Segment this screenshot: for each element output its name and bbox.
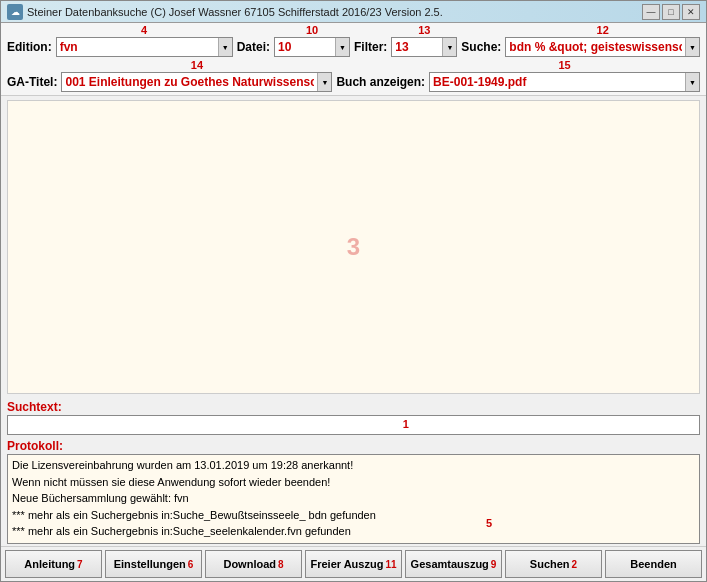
edition-input[interactable] xyxy=(57,38,218,56)
suche-field-group: 12 ▼ xyxy=(505,37,700,57)
edition-combo[interactable]: ▼ xyxy=(56,37,233,57)
beenden-button[interactable]: Beenden xyxy=(605,550,702,578)
buchanzeigen-input[interactable] xyxy=(430,73,685,91)
toolbar-area: Edition: 4 ▼ Datei: 10 ▼ Filter: 13 xyxy=(1,23,706,96)
minimize-button[interactable]: — xyxy=(642,4,660,20)
suche-input[interactable] xyxy=(506,38,685,56)
suchtext-section: Suchtext: 1 xyxy=(1,398,706,437)
close-button[interactable]: ✕ xyxy=(682,4,700,20)
anleitung-button[interactable]: Anleitung 7 xyxy=(5,550,102,578)
buchanzeigen-field-group: 15 ▼ xyxy=(429,72,700,92)
buchanzeigen-number: 15 xyxy=(558,59,570,71)
gatitel-number: 14 xyxy=(191,59,203,71)
filter-number: 13 xyxy=(418,24,430,36)
gatitel-input[interactable] xyxy=(62,73,317,91)
datei-number: 10 xyxy=(306,24,318,36)
protokoll-text: Die Lizensvereinbahrung wurden am 13.01.… xyxy=(7,454,700,544)
edition-label: Edition: xyxy=(7,40,52,54)
main-window: ☁ Steiner Datenbanksuche (C) Josef Wassn… xyxy=(0,0,707,582)
edition-dropdown-arrow[interactable]: ▼ xyxy=(218,38,232,56)
filter-field-group: 13 ▼ xyxy=(391,37,457,57)
gatitel-combo[interactable]: ▼ xyxy=(61,72,332,92)
filter-dropdown-arrow[interactable]: ▼ xyxy=(442,38,456,56)
datei-field-group: 10 ▼ xyxy=(274,37,350,57)
toolbar-row2: GA-Titel: 14 ▼ Buch anzeigen: 15 ▼ xyxy=(1,60,706,96)
app-icon: ☁ xyxy=(7,4,23,20)
freier-auszug-button[interactable]: Freier Auszug 11 xyxy=(305,550,402,578)
suchen-button[interactable]: Suchen 2 xyxy=(505,550,602,578)
suchtext-wrapper: 1 xyxy=(7,415,700,435)
maximize-button[interactable]: □ xyxy=(662,4,680,20)
datei-input[interactable] xyxy=(275,38,335,56)
suche-number: 12 xyxy=(597,24,609,36)
datei-label: Datei: xyxy=(237,40,270,54)
filter-combo[interactable]: ▼ xyxy=(391,37,457,57)
protokoll-section: Protokoll: Die Lizensvereinbahrung wurde… xyxy=(1,437,706,546)
toolbar-row1: Edition: 4 ▼ Datei: 10 ▼ Filter: 13 xyxy=(1,23,706,60)
datei-dropdown-arrow[interactable]: ▼ xyxy=(335,38,349,56)
edition-field-group: 4 ▼ xyxy=(56,37,233,57)
bottom-toolbar: Anleitung 7 Einstellungen 6 Download 8 F… xyxy=(1,546,706,581)
einstellungen-button[interactable]: Einstellungen 6 xyxy=(105,550,202,578)
suchtext-number: 1 xyxy=(403,418,409,430)
main-display-area: 3 xyxy=(7,100,700,394)
suchtext-input[interactable] xyxy=(7,415,700,435)
protokoll-wrapper: Die Lizensvereinbahrung wurden am 13.01.… xyxy=(7,454,700,544)
buchanzeigen-dropdown-arrow[interactable]: ▼ xyxy=(685,73,699,91)
title-bar-text: Steiner Datenbanksuche (C) Josef Wassner… xyxy=(27,6,642,18)
filter-label: Filter: xyxy=(354,40,387,54)
suche-dropdown-arrow[interactable]: ▼ xyxy=(685,38,699,56)
suchtext-label: Suchtext: xyxy=(7,400,700,414)
filter-input[interactable] xyxy=(392,38,442,56)
gatitel-dropdown-arrow[interactable]: ▼ xyxy=(317,73,331,91)
suche-combo[interactable]: ▼ xyxy=(505,37,700,57)
edition-number: 4 xyxy=(141,24,147,36)
protokoll-number: 5 xyxy=(486,517,492,529)
gatitel-label: GA-Titel: xyxy=(7,75,57,89)
title-bar-buttons: — □ ✕ xyxy=(642,4,700,20)
buchanzeigen-label: Buch anzeigen: xyxy=(336,75,425,89)
gesamtauszug-button[interactable]: Gesamtauszug 9 xyxy=(405,550,502,578)
protokoll-label: Protokoll: xyxy=(7,439,700,453)
gatitel-field-group: 14 ▼ xyxy=(61,72,332,92)
suche-label: Suche: xyxy=(461,40,501,54)
title-bar: ☁ Steiner Datenbanksuche (C) Josef Wassn… xyxy=(1,1,706,23)
buchanzeigen-combo[interactable]: ▼ xyxy=(429,72,700,92)
download-button[interactable]: Download 8 xyxy=(205,550,302,578)
main-area-number: 3 xyxy=(347,233,360,261)
datei-combo[interactable]: ▼ xyxy=(274,37,350,57)
